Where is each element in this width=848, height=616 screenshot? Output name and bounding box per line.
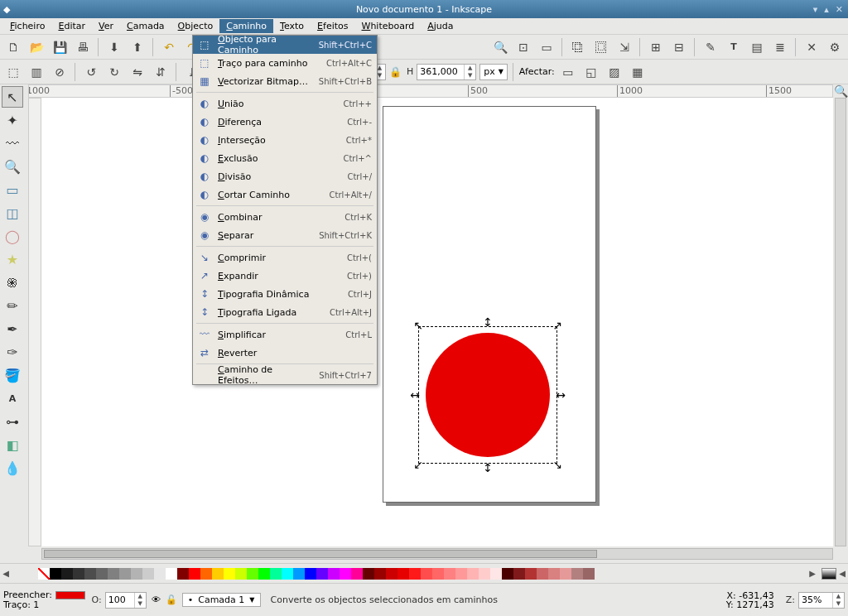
affect-stroke-button[interactable]: ▭ bbox=[558, 62, 578, 82]
color-swatch[interactable] bbox=[351, 568, 363, 580]
color-swatch[interactable] bbox=[119, 568, 131, 580]
color-swatch[interactable] bbox=[479, 568, 490, 580]
color-swatch[interactable] bbox=[455, 568, 467, 580]
duplicate-button[interactable]: ⿻ bbox=[568, 37, 588, 57]
calligraphy-tool[interactable]: ✑ bbox=[2, 341, 23, 363]
vertical-scrollbar[interactable] bbox=[835, 98, 846, 546]
color-swatch[interactable] bbox=[73, 568, 84, 580]
color-swatch[interactable] bbox=[189, 568, 200, 580]
color-swatch[interactable] bbox=[328, 568, 340, 580]
color-swatch[interactable] bbox=[142, 568, 154, 580]
palette-left-icon[interactable]: ◀ bbox=[0, 569, 12, 578]
menuitem-divis-o[interactable]: ◐DivisãoCtrl+/ bbox=[193, 167, 377, 185]
text-dialog-button[interactable]: T bbox=[724, 37, 744, 57]
height-field[interactable] bbox=[417, 65, 464, 79]
color-swatch[interactable] bbox=[108, 568, 119, 580]
color-swatch[interactable] bbox=[421, 568, 432, 580]
rotate-ccw-button[interactable]: ↺ bbox=[81, 62, 101, 82]
menuitem-tipografia-ligada[interactable]: ↕Tipografia LigadaCtrl+Alt+J bbox=[193, 303, 377, 321]
color-swatch[interactable] bbox=[316, 568, 328, 580]
fill-swatch[interactable] bbox=[55, 591, 85, 599]
color-swatch[interactable] bbox=[235, 568, 247, 580]
color-swatch[interactable] bbox=[513, 568, 525, 580]
color-swatch[interactable] bbox=[270, 568, 282, 580]
color-swatch[interactable] bbox=[224, 568, 235, 580]
flip-v-button[interactable]: ⇵ bbox=[151, 62, 171, 82]
xml-editor-button[interactable]: ▤ bbox=[747, 37, 767, 57]
open-file-button[interactable]: 📂 bbox=[26, 37, 46, 57]
color-swatch[interactable] bbox=[154, 568, 166, 580]
flip-h-button[interactable]: ⇋ bbox=[128, 62, 147, 82]
selection-handle-sw[interactable]: ↙ bbox=[412, 459, 424, 470]
spiral-tool[interactable]: ֍ bbox=[2, 272, 23, 293]
menu-efeitos[interactable]: Efeitos bbox=[311, 19, 354, 33]
menuitem-interse-o[interactable]: ◐InterseçãoCtrl+* bbox=[193, 131, 377, 149]
new-file-button[interactable]: 🗋 bbox=[3, 37, 23, 57]
unit-select[interactable]: px▼ bbox=[479, 64, 508, 80]
align-button[interactable]: ≣ bbox=[770, 37, 790, 57]
document-properties-button[interactable]: ⚙ bbox=[825, 37, 845, 57]
menu-caminho[interactable]: Caminho bbox=[219, 19, 273, 33]
menu-whiteboard[interactable]: Whiteboard bbox=[355, 19, 422, 33]
opacity-field[interactable] bbox=[106, 593, 134, 608]
color-swatch[interactable] bbox=[548, 568, 560, 580]
preferences-button[interactable]: ✕ bbox=[802, 37, 822, 57]
lock-layer-icon[interactable]: 🔓 bbox=[166, 594, 177, 605]
import-button[interactable]: ⬇ bbox=[104, 37, 124, 57]
selection-handle-s[interactable]: ↕ bbox=[482, 462, 494, 474]
window-minimize-icon[interactable]: ▾ bbox=[813, 4, 818, 15]
color-swatch[interactable] bbox=[340, 568, 351, 580]
deselect-button[interactable]: ⊘ bbox=[50, 62, 70, 82]
dropper-tool[interactable]: 💧 bbox=[2, 457, 23, 479]
color-swatch[interactable] bbox=[177, 568, 189, 580]
zoom-tool[interactable]: 🔍 bbox=[2, 156, 23, 177]
color-swatch[interactable] bbox=[432, 568, 444, 580]
color-swatch[interactable] bbox=[490, 568, 502, 580]
palette-right-icon[interactable]: ▶ bbox=[807, 569, 818, 578]
star-tool[interactable]: ★ bbox=[2, 248, 23, 270]
undo-button[interactable]: ↶ bbox=[159, 37, 179, 57]
export-button[interactable]: ⬆ bbox=[128, 37, 147, 57]
text-tool[interactable]: A bbox=[2, 387, 23, 409]
selection-handle-se[interactable]: ↘ bbox=[552, 459, 563, 470]
opacity-input[interactable]: ▲▼ bbox=[105, 592, 147, 609]
color-swatch[interactable] bbox=[467, 568, 479, 580]
color-swatch[interactable] bbox=[293, 568, 305, 580]
rectangle-tool[interactable]: ▭ bbox=[2, 179, 23, 200]
selection-handle-n[interactable]: ↕ bbox=[482, 316, 494, 328]
selector-tool[interactable]: ↖ bbox=[2, 86, 23, 108]
menuitem-simplificar[interactable]: 〰SimplificarCtrl+L bbox=[193, 325, 377, 344]
color-swatch[interactable] bbox=[212, 568, 224, 580]
ellipse-tool[interactable]: ◯ bbox=[2, 225, 23, 247]
color-swatch[interactable] bbox=[363, 568, 374, 580]
color-swatch[interactable] bbox=[571, 568, 583, 580]
tweak-tool[interactable]: 〰 bbox=[2, 132, 23, 154]
color-swatch[interactable] bbox=[583, 568, 595, 580]
menuitem-cortar-caminho[interactable]: ◐Cortar CaminhoCtrl+Alt+/ bbox=[193, 185, 377, 204]
select-layers-button[interactable]: ▥ bbox=[26, 62, 46, 82]
menu-objecto[interactable]: Objecto bbox=[171, 19, 220, 33]
menuitem-reverter[interactable]: ⇄Reverter bbox=[193, 344, 377, 362]
selection-handle-w[interactable]: ↔ bbox=[409, 389, 421, 401]
ungroup-button[interactable]: ⊟ bbox=[669, 37, 689, 57]
zoom-input[interactable]: ▲▼ bbox=[798, 592, 845, 609]
clone-button[interactable]: ⿴ bbox=[591, 37, 611, 57]
save-button[interactable]: 💾 bbox=[50, 37, 70, 57]
color-swatch[interactable] bbox=[166, 568, 177, 580]
horizontal-scrollbar[interactable] bbox=[41, 548, 833, 560]
menuitem-diferen-a[interactable]: ◐DiferençaCtrl+- bbox=[193, 113, 377, 131]
affect-corners-button[interactable]: ◱ bbox=[581, 62, 601, 82]
menuitem-tra-o-para-caminho[interactable]: ⬚Traço para caminhoCtrl+Alt+C bbox=[193, 54, 377, 72]
color-swatch[interactable] bbox=[96, 568, 108, 580]
select-all-button[interactable]: ⬚ bbox=[3, 62, 23, 82]
menuitem-tipografia-din-mica[interactable]: ↕Tipografia DinâmicaCtrl+J bbox=[193, 285, 377, 303]
height-input[interactable]: ▲▼ bbox=[417, 64, 476, 80]
zoom-selection-button[interactable]: 🔍 bbox=[490, 37, 510, 57]
menuitem-separar[interactable]: ◉SepararShift+Ctrl+K bbox=[193, 226, 377, 244]
affect-pattern-button[interactable]: ▦ bbox=[628, 62, 648, 82]
menu-editar[interactable]: Editar bbox=[51, 19, 92, 33]
menu-ajuda[interactable]: Ajuda bbox=[421, 19, 460, 33]
canvas[interactable]: ↖ ↕ ↗ ↔ ↔ ↙ ↕ ↘ bbox=[41, 98, 833, 546]
menuitem-uni-o[interactable]: ◐UniãoCtrl++ bbox=[193, 94, 377, 113]
gradient-tool[interactable]: ◧ bbox=[2, 434, 23, 455]
